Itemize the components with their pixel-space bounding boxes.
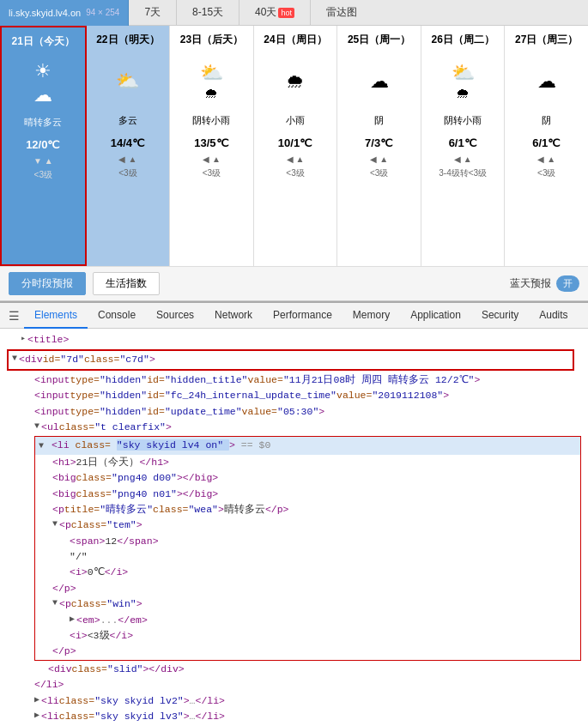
code-line-i-wind: <i> <3级 </i>: [35, 628, 580, 644]
cloudy-icon-3: ⛅: [200, 62, 223, 84]
active-browser-tab[interactable]: li.sky.skyid.lv4.on 94 × 254: [0, 0, 129, 26]
wind-arrows-4: ◀ ▲: [287, 154, 305, 164]
day-label-5: 25日（周一）: [348, 33, 410, 47]
code-line-ul: ▼ <ul class="t clearfix" >: [7, 420, 581, 435]
code-line-span-12: <span> 12 </span>: [35, 534, 580, 549]
devtools-tab-audits[interactable]: Audits: [529, 303, 578, 329]
time-tab-radar[interactable]: 雷达图: [311, 0, 373, 26]
code-line-p-tem-open: ▼ <p class="tem" >: [35, 517, 580, 533]
devtools-tab-console[interactable]: Console: [88, 303, 146, 329]
weather-desc-4: 小雨: [286, 114, 305, 128]
day-label-3: 23日（后天）: [180, 33, 243, 47]
day-label-tomorrow: 22日（明天）: [96, 33, 159, 47]
partly-cloudy-icon: ⛅: [116, 70, 139, 93]
weather-day-5[interactable]: 25日（周一） ☁ 阴 7/3℃ ◀ ▲ <3级: [337, 26, 421, 266]
rain-icon-3: 🌧: [204, 86, 218, 101]
code-line-li-lv2: ▶ <li class="sky skyid lv2" > … </li>: [7, 693, 581, 709]
devtools-tab-elements[interactable]: Elements: [24, 303, 88, 329]
day-label-4: 24日（周日）: [264, 33, 326, 47]
devtools-code-area: ▸ <title> ▼ <div id="7d" class="c7d" > <…: [0, 329, 588, 726]
weather-desc-6: 阴转小雨: [444, 114, 482, 128]
rain-icon-6: 🌧: [456, 86, 470, 101]
weather-day-7[interactable]: 27日（周三） ☁ 阴 6/1℃ ◀ ▲ <3级: [505, 26, 588, 266]
weather-temp-5: 7/3℃: [365, 136, 393, 149]
cloudy-icon-7: ☁: [537, 70, 556, 93]
tab-hourly-forecast[interactable]: 分时段预报: [9, 272, 86, 295]
weather-section: li.sky.skyid.lv4.on 94 × 254 7天 8-15天 40…: [0, 0, 588, 301]
day-label-7: 27日（周三）: [515, 33, 578, 47]
code-line-hidden3: <input type="hidden" id="update_time" va…: [7, 404, 581, 420]
wind-arrows-tomorrow: ◀ ▲: [118, 154, 136, 164]
weather-day-4[interactable]: 24日（周日） 🌧 小雨 10/1℃ ◀ ▲ <3级: [254, 26, 338, 266]
weather-day-6[interactable]: 26日（周二） ⛅ 🌧 阴转小雨 6/1℃ ◀ ▲ 3-4级转<3级: [421, 26, 506, 266]
code-line-h1: <h1> 21日（今天） </h1>: [35, 455, 580, 470]
weather-icons-5: ☁: [370, 56, 389, 107]
code-line-p-win-open: ▼ <p class="win" >: [35, 596, 580, 612]
weather-icons-4: 🌧: [286, 56, 305, 107]
code-line-hidden2: <input type="hidden" id="fc_24h_internal…: [7, 388, 581, 403]
wind-level-tomorrow: <3级: [118, 167, 136, 179]
code-line-i-0c: <i> 0℃ </i>: [35, 565, 580, 580]
wind-arrows-3: ◀ ▲: [203, 154, 221, 164]
devtools-tab-performance[interactable]: Performance: [263, 303, 342, 329]
weather-day-today[interactable]: 21日（今天） ☀ ☁ 晴转多云 12/0℃ ▼ ▲ <3级: [0, 26, 87, 266]
code-panel: ▸ <title> ▼ <div id="7d" class="c7d" > <…: [0, 329, 588, 726]
weather-bottom-tabs: 分时段预报 生活指数 蓝天预报 开: [0, 266, 588, 300]
weather-desc-7: 阴: [542, 114, 551, 128]
wind-arrows-7: ◀ ▲: [537, 154, 555, 164]
wind-level-4: <3级: [286, 167, 304, 179]
div-7d-highlight-box: ▼ <div id="7d" class="c7d" >: [7, 349, 574, 370]
weather-day-tomorrow[interactable]: 22日（明天） ⛅ 多云 14/4℃ ◀ ▲ <3级: [87, 26, 171, 266]
code-line-div7d: ▼ <div id="7d" class="c7d" >: [9, 351, 573, 368]
weather-temp-6: 6/1℃: [449, 136, 477, 149]
browser-tab-bar: li.sky.skyid.lv4.on 94 × 254 7天 8-15天 40…: [0, 0, 588, 26]
code-line-title: ▸ <title>: [7, 332, 581, 348]
blue-sky-toggle[interactable]: 开: [556, 275, 579, 292]
rain-icon-4: 🌧: [286, 70, 305, 93]
weather-icons-6: ⛅ 🌧: [452, 56, 475, 107]
devtools-tab-memory[interactable]: Memory: [342, 303, 400, 329]
code-line-li-lv3-1: ▶ <li class="sky skyid lv3" > … </li>: [7, 709, 581, 724]
sun-icon: ☀: [34, 60, 52, 82]
weather-temp-today: 12/0℃: [26, 138, 60, 151]
code-line-big2: <big class="png40 n01" ></big>: [35, 487, 580, 502]
code-line-li-selected[interactable]: ▼ <li class= "sky skyid lv4 on" > == $0: [35, 437, 580, 454]
wind-arrows-5: ◀ ▲: [370, 154, 388, 164]
devtools-tab-security[interactable]: Security: [471, 303, 529, 329]
weather-desc-tomorrow: 多云: [118, 114, 137, 128]
weather-day-3[interactable]: 23日（后天） ⛅ 🌧 阴转小雨 13/5℃ ◀ ▲ <3级: [170, 26, 254, 266]
weather-grid: 21日（今天） ☀ ☁ 晴转多云 12/0℃ ▼ ▲ <3级 22日（明天） ⛅…: [0, 26, 588, 266]
tab-dimensions: 94 × 254: [86, 8, 119, 17]
li-selected-highlight-box: ▼ <li class= "sky skyid lv4 on" > == $0 …: [34, 436, 581, 660]
devtools-tab-network[interactable]: Network: [204, 303, 263, 329]
tab-life-index[interactable]: 生活指数: [93, 272, 160, 295]
code-line-p-win-close: </p>: [35, 644, 580, 659]
devtools-tab-application[interactable]: Application: [400, 303, 471, 329]
devtools-section: ☰ Elements Console Sources Network Perfo…: [0, 301, 588, 726]
code-line-slid: <div class="slid" ></div>: [7, 662, 581, 677]
time-tab-7day[interactable]: 7天: [129, 0, 177, 26]
weather-desc-3: 阴转小雨: [192, 114, 230, 128]
weather-icons-today: ☀ ☁: [33, 57, 52, 109]
blue-sky-area: 蓝天预报 开: [510, 275, 579, 292]
code-line-hidden1: <input type="hidden" id="hidden_title" v…: [7, 372, 581, 388]
devtools-cursor-btn[interactable]: ☰: [3, 306, 24, 326]
code-line-slash: "/": [35, 549, 580, 565]
weather-temp-4: 10/1℃: [278, 136, 312, 149]
wind-level-7: <3级: [537, 167, 555, 179]
devtools-tab-sources[interactable]: Sources: [146, 303, 204, 329]
time-tab-8-15day[interactable]: 8-15天: [177, 0, 239, 26]
wind-arrows-6: ◀ ▲: [454, 154, 472, 164]
hot-badge: hot: [278, 8, 294, 18]
weather-desc-today: 晴转多云: [24, 116, 62, 130]
time-tab-40day[interactable]: 40天 hot: [239, 0, 311, 26]
blue-sky-label: 蓝天预报: [510, 276, 551, 291]
weather-desc-5: 阴: [374, 114, 384, 128]
weather-icons-7: ☁: [537, 56, 556, 107]
weather-icons-tomorrow: ⛅: [116, 56, 139, 107]
weather-temp-3: 13/5℃: [194, 136, 228, 149]
day-label-6: 26日（周二）: [432, 33, 494, 47]
cloudy-icon-6: ⛅: [452, 62, 475, 84]
weather-temp-7: 6/1℃: [532, 136, 561, 149]
wind-level-today: <3级: [34, 169, 52, 181]
